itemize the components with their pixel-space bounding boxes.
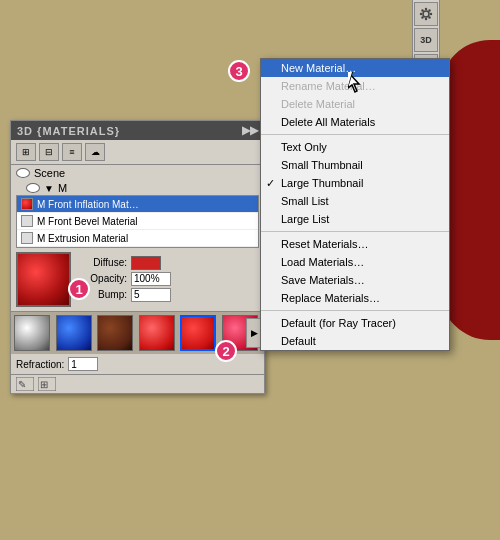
bump-input[interactable] [131,288,171,302]
svg-point-5 [421,9,423,11]
svg-point-0 [423,11,429,17]
svg-text:✎: ✎ [18,379,26,390]
footer-icon-2: ⊞ [38,377,56,391]
opacity-row: Opacity: [76,272,259,286]
thumb-item-3[interactable] [139,315,175,351]
opacity-input[interactable] [131,272,171,286]
menu-item-rename-material: Rename Material… [261,77,449,95]
3d-toolbar-btn[interactable]: 3D [414,28,438,52]
badge-3-label: 3 [235,64,242,79]
footer-icon-1: ✎ [16,377,34,391]
panel-title: 3D {MATERIALS} [17,125,120,137]
thumb-item-1[interactable] [56,315,92,351]
refraction-label: Refraction: [16,359,64,370]
diffuse-row: Diffuse: [76,256,259,270]
toolbar-btn-3[interactable]: ≡ [62,143,82,161]
menu-item-reset-materials[interactable]: Reset Materials… [261,235,449,253]
eye-icon[interactable] [16,168,30,178]
menu-item-delete-material: Delete Material [261,95,449,113]
thumb-item-0[interactable] [14,315,50,351]
gear-toolbar-btn[interactable] [414,2,438,26]
material-item-2[interactable]: M Extrusion Material [17,230,258,247]
menu-item-large-thumbnail[interactable]: ✓ Large Thumbnail [261,174,449,192]
badge-1: 1 [68,278,90,300]
thumb-item-2[interactable] [97,315,133,351]
svg-point-2 [425,18,427,20]
svg-text:⊞: ⊞ [40,379,48,390]
material-name-2: M Extrusion Material [37,233,128,244]
material-preview-inner [18,254,69,305]
menu-item-load-materials[interactable]: Load Materials… [261,253,449,271]
badge-2: 2 [215,340,237,362]
material-name-0: M Front Inflation Mat… [37,199,139,210]
menu-separator-1 [261,134,449,135]
refraction-input[interactable] [68,357,98,371]
layer-eye-icon[interactable] [26,183,40,193]
checkmark-large-thumbnail: ✓ [266,177,275,190]
badge-1-label: 1 [75,282,82,297]
material-item-1[interactable]: M Front Bevel Material [17,213,258,230]
panel-toolbar: ⊞ ⊟ ≡ ☁ [11,140,264,165]
menu-item-default-ray-tracer[interactable]: Default (for Ray Tracer) [261,314,449,332]
diffuse-label: Diffuse: [76,257,131,268]
svg-point-4 [430,13,432,15]
properties-area: Diffuse: Opacity: Bump: [11,248,264,311]
menu-item-default[interactable]: Default [261,332,449,350]
svg-point-8 [428,9,430,11]
toolbar-btn-4[interactable]: ☁ [85,143,105,161]
material-preview [16,252,71,307]
diffuse-color-swatch[interactable] [131,256,161,270]
menu-item-save-materials[interactable]: Save Materials… [261,271,449,289]
scene-row: Scene [11,165,264,181]
prop-fields: Diffuse: Opacity: Bump: [76,256,259,304]
menu-item-delete-all-materials[interactable]: Delete All Materials [261,113,449,131]
bump-row: Bump: [76,288,259,302]
menu-item-large-list[interactable]: Large List [261,210,449,228]
material-list: M Front Inflation Mat… M Front Bevel Mat… [16,195,259,248]
menu-item-text-only[interactable]: Text Only [261,138,449,156]
layer-row: ▼ M [11,181,264,195]
scene-label: Scene [34,167,65,179]
svg-point-3 [420,13,422,15]
svg-point-6 [428,16,430,18]
toolbar-btn-1[interactable]: ⊞ [16,143,36,161]
panel-header: 3D {MATERIALS} ▶▶ [11,121,264,140]
thumb-item-4[interactable] [180,315,216,351]
menu-item-small-list[interactable]: Small List [261,192,449,210]
gear-icon [419,7,433,21]
menu-separator-2 [261,231,449,232]
material-item-0[interactable]: M Front Inflation Mat… [17,196,258,213]
menu-item-small-thumbnail[interactable]: Small Thumbnail [261,156,449,174]
menu-item-replace-materials[interactable]: Replace Materials… [261,289,449,307]
menu-separator-3 [261,310,449,311]
menu-item-new-material[interactable]: New Material… [261,59,449,77]
panel-footer: ✎ ⊞ [11,374,264,393]
svg-point-7 [421,16,423,18]
panel-arrow: ▶▶ [242,124,258,137]
badge-3: 3 [228,60,250,82]
context-menu: New Material… Rename Material… Delete Ma… [260,58,450,351]
badge-2-label: 2 [222,344,229,359]
panel-tree: Scene ▼ M [11,165,264,195]
toolbar-btn-2[interactable]: ⊟ [39,143,59,161]
svg-point-1 [425,8,427,10]
material-name-1: M Front Bevel Material [37,216,138,227]
layer-label: M [58,182,67,194]
